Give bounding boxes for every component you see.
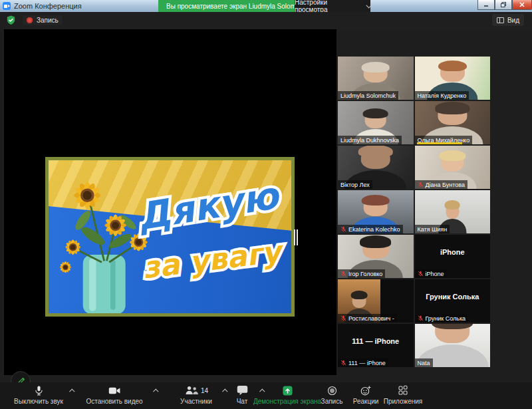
participant-name-text: Діана Бунтова — [426, 182, 465, 188]
speaking-indicator — [417, 142, 462, 144]
view-settings-label: Настройки просмотра — [295, 0, 362, 13]
mute-label: Выключить звук — [14, 398, 63, 405]
participant-tile[interactable]: Ростиславович - — [338, 279, 414, 323]
minimize-icon — [483, 1, 489, 8]
participants-icon: 14 — [184, 384, 208, 396]
participant-tile[interactable]: iPhone iPhone — [415, 235, 491, 278]
participant-name-label: Ігор Головко — [338, 269, 385, 278]
participant-name-text: Катя Шиян — [418, 226, 448, 233]
stop-video-button[interactable]: Остановить видео — [81, 384, 148, 405]
apps-label: Приложения — [384, 398, 423, 405]
muted-mic-icon — [340, 360, 346, 366]
shared-screen-canvas: Дякую за увагу — [4, 29, 336, 375]
apps-button[interactable]: Приложения — [382, 384, 424, 405]
participant-name-text: iPhone — [426, 271, 444, 277]
view-button-label: Вид — [507, 17, 519, 24]
recording-dot-icon — [27, 17, 33, 23]
meeting-toolbar: Выключить звук Остановить видео 14 Участ… — [0, 382, 532, 409]
participant-tile[interactable]: Liudmyla Dukhnovska — [338, 101, 414, 144]
participant-tile[interactable]: Ольга Михайленко — [415, 101, 491, 144]
participants-options-chevron[interactable] — [222, 388, 227, 394]
video-options-chevron[interactable] — [153, 388, 158, 394]
grid-layout-icon — [497, 17, 504, 23]
recording-indicator: Запись — [23, 15, 63, 25]
participant-name-text: Наталія Кудренко — [418, 92, 467, 99]
muted-mic-icon — [418, 271, 424, 277]
chevron-down-icon — [366, 3, 371, 8]
participant-tile[interactable]: 111 — iPhone 111 — iPhone — [338, 324, 414, 367]
participant-name-label: Діана Бунтова — [415, 180, 467, 189]
mute-options-chevron[interactable] — [69, 388, 74, 394]
participant-tile[interactable]: Ekaterina Kolechko — [338, 190, 414, 233]
shared-slide: Дякую за увагу — [45, 157, 295, 317]
participant-name-text: Груник Солька — [426, 315, 466, 322]
participant-name-label: Liudmyla Dukhnovska — [338, 136, 402, 144]
mute-button[interactable]: Выключить звук — [9, 384, 68, 405]
slide-line2: за увагу — [141, 234, 287, 285]
reactions-button[interactable]: Реакции — [350, 384, 382, 405]
participant-name-text: Ekaterina Kolechko — [348, 226, 400, 233]
record-button[interactable]: Запись — [318, 384, 346, 405]
muted-mic-icon — [418, 182, 424, 188]
participants-grid: Liudmyla Solomchuk Наталія Кудренко Liud… — [338, 57, 490, 367]
view-layout-button[interactable]: Вид — [492, 14, 524, 26]
participant-tile[interactable]: Катя Шиян — [415, 190, 491, 233]
microphone-icon — [33, 384, 45, 396]
recording-label: Запись — [37, 17, 59, 24]
participant-name-text: Liudmyla Solomchuk — [340, 92, 396, 99]
participant-name-label: Віктор Лех — [338, 180, 372, 189]
minimize-button[interactable] — [477, 0, 495, 10]
participant-name-label: Liudmyla Solomchuk — [338, 91, 398, 100]
chat-label: Чат — [237, 398, 248, 405]
record-label: Запись — [321, 398, 343, 405]
share-screen-label: Демонстрация экрана — [253, 398, 321, 405]
participant-tile[interactable]: Діана Бунтова — [415, 146, 491, 189]
muted-mic-icon — [340, 271, 346, 277]
share-screen-icon — [282, 384, 293, 396]
muted-mic-icon — [418, 315, 424, 321]
participant-name-label: Груник Солька — [415, 314, 469, 323]
participant-name-text: Ростиславович - — [348, 315, 394, 322]
participant-tile[interactable]: Ігор Головко — [338, 235, 414, 278]
participant-tile[interactable]: Віктор Лех — [338, 146, 414, 189]
meeting-header: Запись Вид — [0, 12, 532, 29]
zoom-app-icon — [3, 2, 11, 10]
participant-name-label: Nata — [415, 358, 433, 367]
participant-name-label: Наталія Кудренко — [415, 91, 469, 100]
window-title: Zoom Конференция — [14, 2, 82, 10]
apps-icon — [398, 384, 408, 396]
security-shield-icon[interactable] — [5, 15, 17, 26]
participant-name-label: Катя Шиян — [415, 225, 450, 233]
participant-name-text: Nata — [418, 360, 430, 366]
chat-button[interactable]: Чат — [230, 384, 254, 405]
record-icon — [327, 384, 338, 396]
participant-name-text: Ігор Головко — [348, 271, 382, 277]
restore-icon — [500, 1, 507, 8]
close-button[interactable] — [512, 0, 532, 10]
share-screen-button[interactable]: Демонстрация экрана — [253, 384, 322, 405]
window-controls — [477, 0, 532, 10]
participant-name-label: Ростиславович - — [338, 314, 397, 323]
participants-button[interactable]: 14 Участники — [174, 384, 218, 405]
participant-name-text: Віктор Лех — [340, 182, 370, 188]
participant-tile[interactable]: Nata — [415, 324, 491, 367]
panel-resize-handle[interactable] — [294, 229, 298, 245]
participant-name-text: 111 — iPhone — [348, 360, 386, 366]
participant-tile[interactable]: Груник Солька Груник Солька — [415, 279, 491, 323]
chat-icon — [237, 384, 248, 396]
restore-button[interactable] — [495, 0, 512, 10]
window-titlebar: Zoom Конференция Вы просматриваете экран… — [0, 0, 532, 12]
participant-name-label: 111 — iPhone — [338, 358, 388, 367]
slide-line1: Дякую — [134, 173, 284, 238]
participants-label: Участники — [180, 398, 212, 405]
slide-title-text: Дякую за увагу — [49, 160, 291, 313]
reactions-icon — [360, 384, 372, 396]
participants-count: 14 — [201, 387, 208, 394]
muted-mic-icon — [340, 315, 346, 321]
view-settings-dropdown[interactable]: Настройки просмотра — [295, 0, 370, 12]
participant-tile[interactable]: Наталія Кудренко — [415, 57, 491, 100]
reactions-label: Реакции — [353, 398, 379, 405]
participant-tile[interactable]: Liudmyla Solomchuk — [338, 57, 414, 100]
close-icon — [519, 1, 525, 8]
participant-name-text: Liudmyla Dukhnovska — [340, 137, 399, 144]
